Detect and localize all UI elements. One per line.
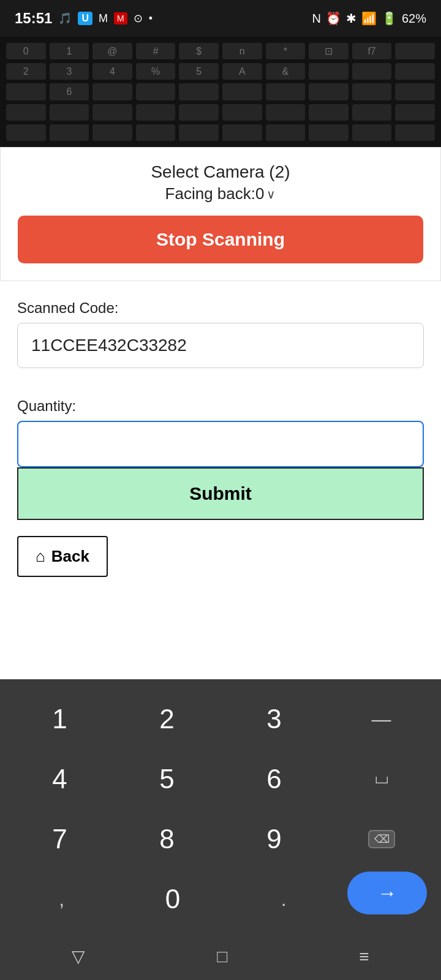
back-button[interactable]: ⌂ Back: [17, 536, 108, 577]
keyboard-row-1: 1 2 3 —: [6, 692, 435, 747]
key-cell: %: [136, 63, 176, 80]
key-2[interactable]: 2: [119, 692, 214, 747]
key-cell: 0: [6, 43, 46, 59]
key-cell: 1: [50, 43, 89, 59]
key-1[interactable]: 1: [12, 692, 107, 747]
submit-button[interactable]: Submit: [17, 467, 424, 520]
key-cell: n: [222, 43, 262, 59]
key-cell: [6, 104, 46, 121]
key-backspace[interactable]: ⌫: [334, 812, 429, 867]
key-3[interactable]: 3: [227, 692, 322, 747]
key-cell: [395, 43, 435, 59]
key-cell: f7: [352, 43, 392, 59]
numeric-keyboard: 1 2 3 — 4 5 6 ⌴ 7 8 9 ⌫ , 0 . → ▽ □ ≡: [0, 679, 441, 980]
key-cell: [92, 104, 132, 121]
key-cell: [309, 63, 349, 80]
mcafee-icon: M: [114, 12, 127, 24]
nfc-icon: N: [312, 12, 321, 26]
bluetooth-icon: ✱: [346, 11, 356, 26]
quantity-label: Quantity:: [17, 398, 424, 415]
battery-percent: 62%: [402, 12, 426, 26]
gmail-icon: M: [99, 12, 108, 25]
key-comma[interactable]: ,: [14, 872, 109, 927]
key-cell: [266, 124, 306, 141]
key-6[interactable]: 6: [227, 752, 322, 807]
back-label: Back: [51, 547, 89, 566]
stop-scanning-button[interactable]: Stop Scanning: [18, 216, 423, 263]
camera-preview: 0 1 @ # $ n * ⊡ f7 2 3 4 % 5 A & 6: [0, 37, 441, 147]
key-cell: [136, 124, 176, 141]
svg-text:⌫: ⌫: [374, 833, 389, 845]
key-cell: [6, 83, 46, 100]
key-cell: [222, 83, 262, 100]
key-cell: 5: [179, 63, 219, 80]
key-0[interactable]: 0: [125, 872, 220, 927]
nav-back-button[interactable]: ▽: [72, 946, 85, 967]
key-cell: 6: [50, 83, 89, 100]
key-cell: #: [136, 43, 176, 59]
key-cell: [50, 104, 89, 121]
battery-icon: 🔋: [382, 11, 397, 26]
status-bar: 15:51 🎵 U M M ⊙ • N ⏰ ✱ 📶 🔋 62%: [0, 0, 441, 37]
nav-home-button[interactable]: □: [217, 947, 227, 967]
key-cell: [352, 83, 392, 100]
key-cell: [395, 63, 435, 80]
scanned-code-input[interactable]: [17, 323, 424, 368]
key-cell: [6, 124, 46, 141]
key-cell: [179, 83, 219, 100]
form-area: Scanned Code: Quantity: Submit ⌂ Back: [0, 281, 441, 589]
key-period[interactable]: .: [236, 872, 331, 927]
key-8[interactable]: 8: [119, 812, 214, 867]
u-icon: U: [78, 12, 92, 25]
key-cell: [309, 104, 349, 121]
key-cell: [136, 104, 176, 121]
key-cell: [50, 124, 89, 141]
key-cell: 2: [6, 63, 46, 80]
key-4[interactable]: 4: [12, 752, 107, 807]
camera-select-label: Select Camera (2): [18, 162, 423, 182]
key-5[interactable]: 5: [119, 752, 214, 807]
status-left: 15:51 🎵 U M M ⊙ •: [15, 10, 153, 27]
key-cell: *: [266, 43, 306, 59]
key-enter[interactable]: →: [347, 872, 427, 914]
dot-icon: •: [149, 12, 153, 25]
key-cell: [222, 104, 262, 121]
status-time: 15:51: [15, 10, 52, 27]
home-icon: ⌂: [36, 547, 45, 566]
key-cell: [222, 124, 262, 141]
key-cell: ⊡: [309, 43, 349, 59]
key-cell: [266, 83, 306, 100]
key-cell: &: [266, 63, 306, 80]
key-cell: [352, 63, 392, 80]
quantity-input[interactable]: [17, 421, 424, 467]
nav-menu-button[interactable]: ≡: [359, 947, 369, 967]
camera-facing[interactable]: Facing back:0 ∨: [18, 184, 423, 203]
key-cell: [92, 83, 132, 100]
circle-icon: ⊙: [134, 12, 143, 25]
key-cell: [92, 124, 132, 141]
main-card: Select Camera (2) Facing back:0 ∨ Stop S…: [0, 147, 441, 281]
keyboard-row-2: 4 5 6 ⌴: [6, 752, 435, 807]
facing-text: Facing back:0: [165, 184, 265, 203]
key-space[interactable]: ⌴: [334, 752, 429, 807]
key-cell: [309, 83, 349, 100]
signal-icon: 📶: [361, 11, 377, 26]
camera-bg: 0 1 @ # $ n * ⊡ f7 2 3 4 % 5 A & 6: [0, 37, 441, 147]
key-dash[interactable]: —: [334, 692, 429, 747]
key-7[interactable]: 7: [12, 812, 107, 867]
key-cell: @: [92, 43, 132, 59]
key-cell: [352, 124, 392, 141]
key-cell: [395, 83, 435, 100]
scanned-code-label: Scanned Code:: [17, 300, 424, 317]
key-cell: [309, 124, 349, 141]
key-cell: [179, 104, 219, 121]
key-cell: A: [222, 63, 262, 80]
alarm-icon: ⏰: [326, 11, 341, 26]
key-cell: [266, 104, 306, 121]
key-cell: [395, 124, 435, 141]
tiktok-icon: 🎵: [58, 12, 72, 25]
key-cell: $: [179, 43, 219, 59]
key-9[interactable]: 9: [227, 812, 322, 867]
keyboard-row-3: 7 8 9 ⌫: [6, 812, 435, 867]
key-cell: [179, 124, 219, 141]
